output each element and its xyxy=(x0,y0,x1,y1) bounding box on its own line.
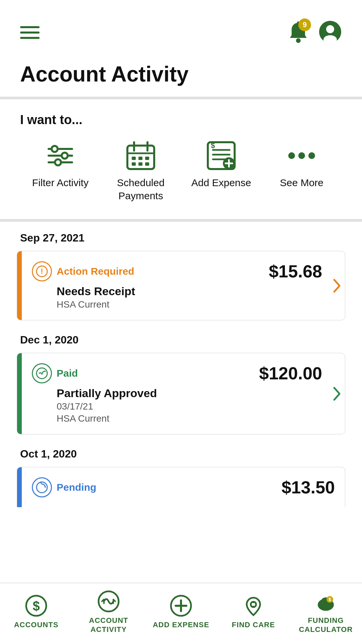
date-oct-2020: Oct 1, 2020 xyxy=(0,438,362,467)
svg-point-10 xyxy=(55,159,61,165)
transaction-card-1[interactable]: ! Action Required $15.68 Needs Receipt H… xyxy=(17,251,345,320)
card-content-3: Pending $13.50 xyxy=(22,467,345,507)
app-header: 9 xyxy=(0,0,362,55)
see-more-label: See More xyxy=(280,176,323,189)
filter-activity-icon xyxy=(45,141,75,171)
nav-accounts-label: ACCOUNTS xyxy=(14,621,59,629)
svg-point-9 xyxy=(62,153,68,159)
funding-calculator-icon: $ xyxy=(314,590,337,613)
scheduled-payments-icon xyxy=(126,141,156,171)
quick-actions-row: Filter Activity Scheduled Payments xyxy=(20,141,342,202)
hamburger-menu[interactable] xyxy=(20,26,40,39)
top-divider xyxy=(0,97,362,99)
nav-funding-calculator-label: FUNDING CALCULATOR xyxy=(296,616,356,634)
account-activity-icon xyxy=(97,590,120,613)
card-sub-1: HSA Current xyxy=(57,299,322,310)
svg-rect-16 xyxy=(138,157,142,160)
card-details-1: Needs Receipt HSA Current xyxy=(32,285,322,310)
i-want-to-section: I want to... Filter Activity xyxy=(0,99,362,219)
bottom-navigation: $ ACCOUNTS ACCOUNT ACTIVITY ADD EXPENSE xyxy=(0,583,362,644)
card-sub-date-2: 03/17/21 xyxy=(57,401,322,412)
nav-find-care[interactable]: FIND CARE xyxy=(223,594,284,629)
nav-account-activity[interactable]: ACCOUNT ACTIVITY xyxy=(78,590,139,634)
find-care-icon xyxy=(242,594,265,617)
accounts-icon: $ xyxy=(25,594,48,617)
card-amount-1: $15.68 xyxy=(269,261,322,281)
pending-icon xyxy=(32,477,52,497)
card-chevron-1 xyxy=(332,251,345,320)
see-more-icon xyxy=(287,141,317,171)
card-content-1: ! Action Required $15.68 Needs Receipt H… xyxy=(22,251,332,320)
svg-rect-20 xyxy=(145,162,149,166)
add-expense-label: Add Expense xyxy=(191,176,251,189)
nav-funding-calculator[interactable]: $ FUNDING CALCULATOR xyxy=(296,590,356,634)
card-amount-3: $13.50 xyxy=(282,477,335,497)
paid-icon xyxy=(32,363,52,383)
nav-find-care-label: FIND CARE xyxy=(232,621,275,629)
card-bar-blue xyxy=(17,467,22,507)
card-top-row-2: Paid $120.00 xyxy=(32,363,322,383)
quick-action-scheduled-payments[interactable]: Scheduled Payments xyxy=(107,141,174,202)
quick-action-add-expense[interactable]: $ Add Expense xyxy=(188,141,255,189)
svg-point-4 xyxy=(323,35,337,44)
header-right: 9 xyxy=(288,20,342,45)
quick-action-see-more[interactable]: See More xyxy=(268,141,335,189)
svg-text:$: $ xyxy=(211,141,215,150)
page-title-section: Account Activity xyxy=(0,55,362,97)
nav-account-activity-label: ACCOUNT ACTIVITY xyxy=(78,616,139,634)
date-dec-2020: Dec 1, 2020 xyxy=(0,324,362,353)
nav-accounts[interactable]: $ ACCOUNTS xyxy=(6,594,66,629)
svg-text:$: $ xyxy=(328,597,331,602)
svg-point-29 xyxy=(288,152,295,159)
svg-point-0 xyxy=(296,38,301,43)
status-label-2: Paid xyxy=(57,368,78,379)
nav-add-expense-label: ADD EXPENSE xyxy=(153,621,209,629)
avatar-icon[interactable] xyxy=(318,20,342,45)
svg-text:$: $ xyxy=(33,599,40,613)
svg-point-3 xyxy=(326,25,334,33)
card-top-row-1: ! Action Required $15.68 xyxy=(32,261,322,281)
scheduled-payments-label: Scheduled Payments xyxy=(107,176,174,202)
page-title: Account Activity xyxy=(20,62,342,87)
svg-rect-15 xyxy=(132,157,136,160)
card-status-1: ! Action Required xyxy=(32,261,134,281)
filter-activity-label: Filter Activity xyxy=(32,176,88,189)
status-label-1: Action Required xyxy=(57,266,134,277)
add-expense-nav-icon xyxy=(170,594,192,617)
section-divider xyxy=(0,219,362,222)
action-required-icon: ! xyxy=(32,261,52,281)
card-status-3: Pending xyxy=(32,477,96,497)
card-title-1: Needs Receipt xyxy=(57,285,322,298)
card-details-2: Partially Approved 03/17/21 HSA Current xyxy=(32,387,322,424)
card-chevron-2 xyxy=(332,353,345,434)
add-expense-icon: $ xyxy=(206,141,236,171)
activity-section: Sep 27, 2021 ! Action Required $15.68 Ne… xyxy=(0,222,362,514)
card-amount-2: $120.00 xyxy=(259,363,322,383)
svg-point-8 xyxy=(52,146,58,152)
card-top-row-3: Pending $13.50 xyxy=(32,477,335,497)
svg-line-36 xyxy=(41,483,42,484)
quick-action-filter-activity[interactable]: Filter Activity xyxy=(27,141,94,189)
card-status-2: Paid xyxy=(32,363,78,383)
card-bar-green xyxy=(17,353,22,434)
card-title-2: Partially Approved xyxy=(57,387,322,400)
card-bar-orange xyxy=(17,251,22,320)
svg-rect-17 xyxy=(145,157,149,160)
nav-add-expense[interactable]: ADD EXPENSE xyxy=(151,594,211,629)
date-sep-2021: Sep 27, 2021 xyxy=(0,222,362,251)
svg-rect-18 xyxy=(132,162,136,166)
svg-rect-19 xyxy=(138,162,142,166)
svg-point-30 xyxy=(298,152,305,159)
transaction-card-3-partial[interactable]: Pending $13.50 xyxy=(17,467,345,507)
notification-bell[interactable]: 9 xyxy=(288,21,308,44)
notification-count: 9 xyxy=(298,18,311,31)
i-want-to-title: I want to... xyxy=(20,113,342,127)
card-sub-2: HSA Current xyxy=(57,413,322,424)
transaction-card-2[interactable]: Paid $120.00 Partially Approved 03/17/21… xyxy=(17,353,345,434)
card-content-2: Paid $120.00 Partially Approved 03/17/21… xyxy=(22,353,332,434)
status-label-3: Pending xyxy=(57,482,96,493)
svg-point-31 xyxy=(308,152,315,159)
svg-text:!: ! xyxy=(41,267,43,275)
